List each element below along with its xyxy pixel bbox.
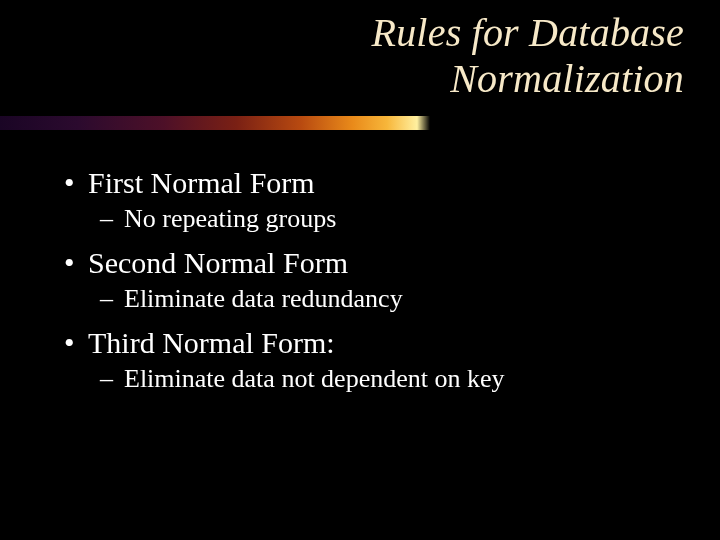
slide-body: •First Normal Form –No repeating groups …	[64, 156, 680, 406]
bullet-level-1: •Third Normal Form:	[64, 326, 680, 360]
title-line-1: Rules for Database	[372, 10, 684, 55]
bullet-level-1: •Second Normal Form	[64, 246, 680, 280]
subbullet-label: No repeating groups	[124, 204, 336, 233]
bullet-icon: •	[64, 246, 88, 280]
dash-icon: –	[100, 364, 124, 394]
bullet-label: Second Normal Form	[88, 246, 348, 279]
subbullet-label: Eliminate data not dependent on key	[124, 364, 505, 393]
bullet-icon: •	[64, 166, 88, 200]
bullet-icon: •	[64, 326, 88, 360]
accent-bar	[0, 116, 430, 130]
slide-title: Rules for Database Normalization	[372, 10, 684, 102]
slide: Rules for Database Normalization •First …	[0, 0, 720, 540]
dash-icon: –	[100, 284, 124, 314]
bullet-label: First Normal Form	[88, 166, 315, 199]
bullet-level-2: –Eliminate data not dependent on key	[100, 364, 680, 394]
title-line-2: Normalization	[450, 56, 684, 101]
subbullet-label: Eliminate data redundancy	[124, 284, 403, 313]
bullet-level-2: –Eliminate data redundancy	[100, 284, 680, 314]
bullet-level-2: –No repeating groups	[100, 204, 680, 234]
bullet-level-1: •First Normal Form	[64, 166, 680, 200]
bullet-label: Third Normal Form:	[88, 326, 335, 359]
dash-icon: –	[100, 204, 124, 234]
